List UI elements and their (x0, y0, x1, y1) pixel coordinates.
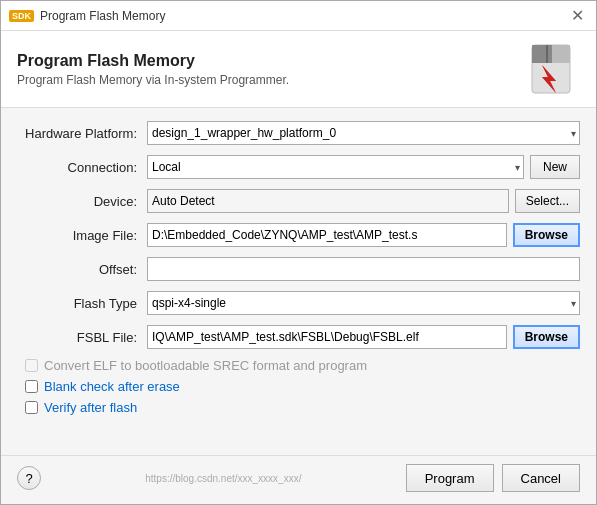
title-bar-left: SDK Program Flash Memory (9, 9, 165, 23)
verify-flash-checkbox[interactable] (25, 401, 38, 414)
convert-elf-row: Convert ELF to bootloadable SREC format … (17, 358, 580, 373)
verify-flash-row: Verify after flash (17, 400, 580, 415)
blank-check-label: Blank check after erase (44, 379, 180, 394)
svg-rect-1 (532, 45, 552, 63)
flash-icon (528, 43, 580, 95)
device-row: Device: Select... (17, 188, 580, 214)
header-section: Program Flash Memory Program Flash Memor… (1, 31, 596, 108)
fsbl-file-control: Browse (147, 325, 580, 349)
sdk-badge: SDK (9, 10, 34, 22)
hardware-platform-row: Hardware Platform: design_1_wrapper_hw_p… (17, 120, 580, 146)
svg-rect-5 (546, 45, 548, 63)
fsbl-file-row: FSBL File: Browse (17, 324, 580, 350)
device-control: Select... (147, 189, 580, 213)
title-bar-title: Program Flash Memory (40, 9, 165, 23)
connection-select-wrapper: Local ▾ (147, 155, 524, 179)
hardware-platform-select-wrapper: design_1_wrapper_hw_platform_0 ▾ (147, 121, 580, 145)
offset-control (147, 257, 580, 281)
hardware-platform-select[interactable]: design_1_wrapper_hw_platform_0 (147, 121, 580, 145)
fsbl-file-label: FSBL File: (17, 330, 147, 345)
cancel-button[interactable]: Cancel (502, 464, 580, 492)
fsbl-file-input[interactable] (147, 325, 507, 349)
convert-elf-checkbox[interactable] (25, 359, 38, 372)
device-input[interactable] (147, 189, 509, 213)
flash-type-row: Flash Type qspi-x4-single ▾ (17, 290, 580, 316)
hardware-platform-label: Hardware Platform: (17, 126, 147, 141)
close-button[interactable]: ✕ (567, 8, 588, 24)
flash-type-select[interactable]: qspi-x4-single (147, 291, 580, 315)
flash-type-label: Flash Type (17, 296, 147, 311)
fsbl-browse-button[interactable]: Browse (513, 325, 580, 349)
hardware-platform-control: design_1_wrapper_hw_platform_0 ▾ (147, 121, 580, 145)
footer: ? https://blog.csdn.net/xxx_xxxx_xxx/ Pr… (1, 455, 596, 504)
footer-watermark: https://blog.csdn.net/xxx_xxxx_xxx/ (145, 473, 301, 484)
dialog-subtitle: Program Flash Memory via In-system Progr… (17, 73, 289, 87)
new-button[interactable]: New (530, 155, 580, 179)
blank-check-row: Blank check after erase (17, 379, 580, 394)
connection-label: Connection: (17, 160, 147, 175)
connection-row: Connection: Local ▾ New (17, 154, 580, 180)
flash-type-select-wrapper: qspi-x4-single ▾ (147, 291, 580, 315)
image-file-row: Image File: Browse (17, 222, 580, 248)
image-file-input[interactable] (147, 223, 507, 247)
device-label: Device: (17, 194, 147, 209)
connection-select[interactable]: Local (147, 155, 524, 179)
image-browse-button[interactable]: Browse (513, 223, 580, 247)
verify-flash-label: Verify after flash (44, 400, 137, 415)
help-button[interactable]: ? (17, 466, 41, 490)
form-content: Hardware Platform: design_1_wrapper_hw_p… (1, 108, 596, 455)
footer-left: ? (17, 466, 41, 490)
convert-elf-label: Convert ELF to bootloadable SREC format … (44, 358, 367, 373)
dialog-title: Program Flash Memory (17, 52, 289, 70)
program-button[interactable]: Program (406, 464, 494, 492)
title-bar: SDK Program Flash Memory ✕ (1, 1, 596, 31)
connection-control: Local ▾ New (147, 155, 580, 179)
svg-rect-2 (552, 45, 570, 63)
offset-input[interactable] (147, 257, 580, 281)
blank-check-checkbox[interactable] (25, 380, 38, 393)
flash-type-control: qspi-x4-single ▾ (147, 291, 580, 315)
image-file-control: Browse (147, 223, 580, 247)
select-button[interactable]: Select... (515, 189, 580, 213)
header-text: Program Flash Memory Program Flash Memor… (17, 52, 289, 87)
footer-right: Program Cancel (406, 464, 580, 492)
image-file-label: Image File: (17, 228, 147, 243)
offset-row: Offset: (17, 256, 580, 282)
dialog: SDK Program Flash Memory ✕ Program Flash… (0, 0, 597, 505)
offset-label: Offset: (17, 262, 147, 277)
